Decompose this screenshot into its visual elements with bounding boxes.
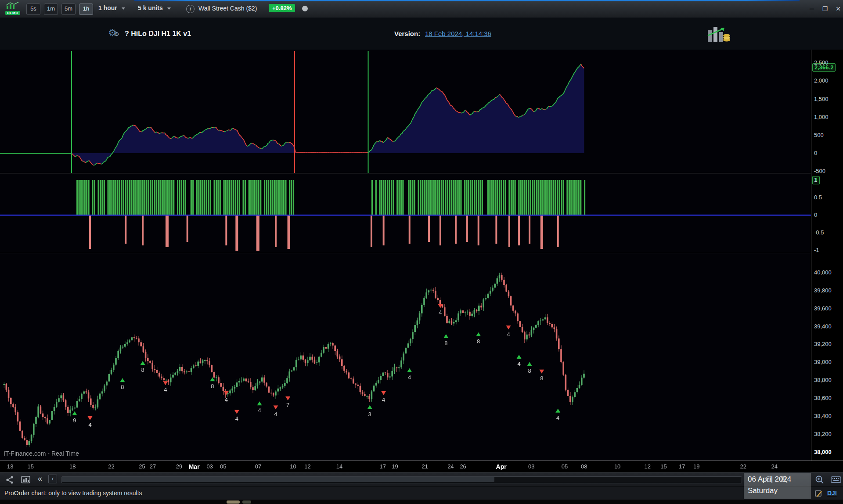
signal-axis-label: 0 <box>814 212 817 219</box>
equity-axis-label: 1,500 <box>814 96 829 103</box>
signal-axis-label: 0.5 <box>814 194 822 201</box>
x-axis-label: 15 <box>660 463 666 470</box>
x-axis-label: 14 <box>336 463 342 470</box>
status-bar: ProOrder chart: only to view trading sys… <box>0 486 843 500</box>
top-accent-bar <box>134 0 800 1</box>
price-axis-label: 38,000 <box>814 449 832 456</box>
platform-logo[interactable]: DEMO <box>5 2 20 16</box>
equity-curve-canvas[interactable] <box>0 51 811 173</box>
equity-axis-label: 0 <box>814 150 817 157</box>
period-dropdown[interactable]: 1 hour <box>98 4 125 11</box>
units-dropdown-label: 5 k units <box>138 4 163 11</box>
x-axis-label: 05 <box>220 463 226 470</box>
info-icon[interactable]: i <box>186 5 195 13</box>
indicator-header: ⚙⚙ ? HiLo DJI H1 1K v1 Version: 18 Feb 2… <box>0 18 843 50</box>
x-axis-label: 15 <box>28 463 34 470</box>
x-axis-label: 12 <box>644 463 650 470</box>
price-axis-label: 39,000 <box>814 359 832 366</box>
equity-axis-label: 2,500 <box>814 59 829 66</box>
chevron-down-icon <box>122 7 125 10</box>
x-axis-label: 05 <box>562 463 568 470</box>
timeframe-button-1m[interactable]: 1m <box>44 4 58 15</box>
x-axis-label: 22 <box>740 463 746 470</box>
scroll-left-button[interactable]: ‹ <box>48 475 57 483</box>
taskbar-peek-artifact <box>227 500 240 504</box>
status-message: ProOrder chart: only to view trading sys… <box>4 490 142 497</box>
x-axis-label: Mar <box>189 463 200 470</box>
date-tooltip: 06 April 2024 Saturday <box>744 473 811 499</box>
x-axis-label: 18 <box>69 463 76 470</box>
x-axis-label: 08 <box>581 463 587 470</box>
x-axis-label: 21 <box>422 463 428 470</box>
position-signal-canvas[interactable] <box>0 175 811 253</box>
change-badge: +0.82% <box>269 4 295 12</box>
x-axis-label: 03 <box>528 463 534 470</box>
units-dropdown[interactable]: 5 k units <box>138 4 171 11</box>
instrument-name: Wall Street Cash ($2) <box>198 5 257 12</box>
price-axis-label: 39,400 <box>814 323 832 330</box>
trading-app-window: DEMO 5s 1m 5m 1h 1 hour 5 k units i Wall… <box>0 0 843 504</box>
time-axis[interactable]: 13151822252729Mar0305071012141719212426A… <box>0 461 843 473</box>
backtest-report-icon[interactable] <box>706 25 731 43</box>
indicator-settings-icon[interactable]: ⚙⚙ <box>108 27 119 39</box>
minimize-button[interactable]: ─ <box>806 4 818 14</box>
price-axis[interactable]: 2,366.2 1 2,5002,0001,5001,0005000-50010… <box>811 50 843 461</box>
panel-separator[interactable] <box>0 173 843 173</box>
x-axis-label: 24 <box>447 463 454 470</box>
timeframe-button-5s[interactable]: 5s <box>26 4 40 15</box>
chart-scrollbar[interactable] <box>61 476 742 483</box>
x-axis-label: 12 <box>304 463 310 470</box>
x-axis-label: 27 <box>150 463 156 470</box>
x-axis-label: 24 <box>771 463 777 470</box>
magnifier-plus-icon[interactable] <box>815 475 824 484</box>
top-toolbar: DEMO 5s 1m 5m 1h 1 hour 5 k units i Wall… <box>0 0 843 18</box>
period-dropdown-label: 1 hour <box>98 4 117 11</box>
x-axis-label: 17 <box>679 463 685 470</box>
bottom-toolbar: « ‹ <box>0 472 843 486</box>
price-axis-label: 38,200 <box>814 431 832 438</box>
mini-chart-icon <box>5 2 20 9</box>
signal-axis-label: -1 <box>814 247 819 254</box>
version-label: Version: <box>394 30 420 37</box>
price-candles-canvas[interactable] <box>0 254 811 460</box>
price-axis-label: 39,200 <box>814 341 832 348</box>
x-axis-label: 22 <box>108 463 114 470</box>
chart-snapshot-icon[interactable] <box>21 475 31 484</box>
signal-axis-label: 1 <box>814 176 817 184</box>
edit-chart-icon[interactable] <box>815 490 823 497</box>
timeframe-button-5m[interactable]: 5m <box>61 4 76 15</box>
price-axis-label: 38,400 <box>814 413 832 420</box>
x-axis-label: 26 <box>460 463 466 470</box>
close-button[interactable]: ✕ <box>832 4 843 14</box>
tooltip-date: 06 April 2024 <box>748 475 807 484</box>
panel-separator[interactable] <box>0 253 843 253</box>
price-axis-label: 39,800 <box>814 287 832 294</box>
x-axis-label: 19 <box>392 463 398 470</box>
x-axis-label: 19 <box>693 463 699 470</box>
x-axis-label: 03 <box>207 463 213 470</box>
x-axis-label: 17 <box>380 463 386 470</box>
x-axis-label: 10 <box>290 463 296 470</box>
scroll-to-start-button[interactable]: « <box>38 474 42 483</box>
signal-axis-label: -0.5 <box>814 229 824 236</box>
share-icon[interactable] <box>5 475 14 484</box>
x-axis-label: Apr <box>496 463 507 470</box>
price-axis-label: 38,800 <box>814 377 832 384</box>
restore-button[interactable]: ❐ <box>819 4 831 14</box>
screen-bottom-strip <box>0 500 843 504</box>
equity-axis-label: -500 <box>814 168 825 175</box>
demo-badge: DEMO <box>5 11 20 15</box>
equity-axis-label: 2,000 <box>814 77 829 84</box>
version-date-link[interactable]: 18 Feb 2024, 14:14:36 <box>425 30 491 37</box>
connection-status-dot <box>302 6 308 11</box>
timeframe-button-1h[interactable]: 1h <box>79 4 93 15</box>
chart-scrollbar-thumb[interactable] <box>62 477 494 482</box>
chart-plot-area[interactable]: IT-Finance.com - Real Time <box>0 50 811 461</box>
keyboard-icon[interactable] <box>831 476 841 483</box>
chevron-down-icon <box>167 7 171 10</box>
instrument-shortcut-link[interactable]: DJI <box>827 490 837 497</box>
x-axis-label: 07 <box>255 463 261 470</box>
price-axis-label: 38,600 <box>814 395 832 402</box>
taskbar-peek-artifact <box>242 500 251 504</box>
indicator-title: ? HiLo DJI H1 1K v1 <box>125 30 191 38</box>
